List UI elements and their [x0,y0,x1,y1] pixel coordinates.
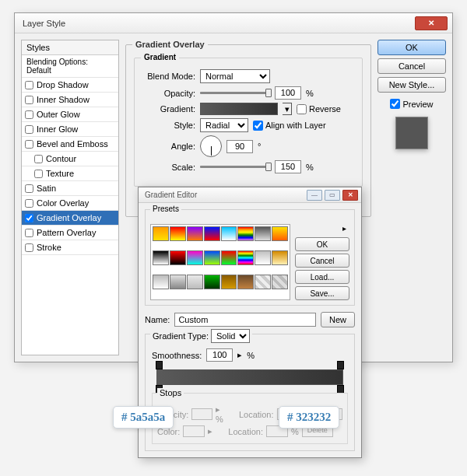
stop-color-swatch [183,425,205,437]
sidebar-item-gradient-overlay[interactable]: Gradient Overlay [22,211,118,226]
preview-check[interactable]: Preview [377,99,446,109]
opacity-value[interactable]: 100 [275,86,301,100]
name-input[interactable] [174,313,316,327]
dialog-title: Layer Style [23,19,415,28]
angle-dial[interactable] [200,135,222,157]
preset-swatch[interactable] [204,226,220,241]
sidebar-item-inner-shadow[interactable]: Inner Shadow [22,93,118,107]
preset-swatch[interactable] [237,275,254,289]
sidebar-item-satin[interactable]: Satin [22,181,118,196]
scale-slider[interactable] [200,166,270,168]
maximize-icon[interactable]: ▭ [325,190,340,201]
sub-title: Gradient Editor [145,191,304,199]
opacity-label: Opacity: [142,89,195,98]
preset-swatch[interactable] [221,250,237,265]
opacity-slider[interactable] [200,92,270,94]
gtype-select[interactable]: Solid [211,329,250,343]
preset-swatch[interactable] [272,250,288,265]
sidebar-item-color-overlay[interactable]: Color Overlay [22,196,118,211]
inner-title: Gradient [141,53,179,61]
cancel-button[interactable]: Cancel [377,58,446,74]
sidebar-item-outer-glow[interactable]: Outer Glow [22,107,118,122]
opacity-stop-right[interactable] [337,361,344,369]
titlebar: Layer Style ✕ [15,13,452,33]
presets-label: Presets [150,205,181,213]
angle-value[interactable]: 90 [226,140,253,153]
sub-titlebar: Gradient Editor — ▭ ✕ [139,187,361,203]
preset-grid[interactable] [150,224,290,300]
preset-swatch[interactable] [153,226,169,241]
color-bubble-right: # 323232 [279,406,339,429]
editor-cancel-button[interactable]: Cancel [295,254,349,268]
gradient-track[interactable] [156,369,343,385]
scale-label: Scale: [142,163,195,172]
blend-label: Blend Mode: [142,72,195,81]
preset-swatch[interactable] [170,226,186,241]
preset-swatch[interactable] [237,250,254,265]
close-button[interactable]: ✕ [415,16,448,30]
editor-load-button[interactable]: Load... [295,270,349,284]
sidebar-item-texture[interactable]: Texture [22,166,118,181]
sidebar-item-stroke[interactable]: Stroke [22,240,118,255]
preset-swatch[interactable] [187,275,203,289]
sidebar-item-inner-glow[interactable]: Inner Glow [22,122,118,137]
preset-swatch[interactable] [237,226,254,241]
gradient-dropdown[interactable]: ▾ [283,103,292,115]
right-column: OK Cancel New Style... Preview [377,40,446,355]
preset-swatch[interactable] [170,250,186,265]
scale-value[interactable]: 150 [275,160,301,173]
preset-swatch[interactable] [187,250,203,265]
sidebar-sub[interactable]: Blending Options: Default [22,55,118,78]
preview-swatch [395,117,428,149]
ok-button[interactable]: OK [377,40,446,55]
new-style-button[interactable]: New Style... [377,77,446,93]
presets-group: Presets ▸ OK Cancel Load... Save... [145,209,355,306]
color-bubble-left: # 5a5a5a [113,406,174,429]
style-select[interactable]: Radial [200,118,248,132]
deg: ° [258,142,261,151]
new-button[interactable]: New [321,312,355,327]
preset-swatch[interactable] [272,275,288,289]
preset-swatch[interactable] [255,226,271,241]
preset-swatch[interactable] [204,275,220,289]
style-label: Style: [142,121,195,130]
preset-swatch[interactable] [272,226,288,241]
preset-swatch[interactable] [204,250,220,265]
section-title: Gradient Overlay [132,40,208,49]
sidebar-item-pattern-overlay[interactable]: Pattern Overlay [22,226,118,240]
stops-label: Stops [157,388,184,397]
preset-swatch[interactable] [153,275,169,289]
preset-swatch[interactable] [170,275,186,289]
angle-label: Angle: [142,142,195,151]
minimize-icon[interactable]: — [307,190,322,201]
smooth-value[interactable]: 100 [206,348,233,362]
gradient-preview[interactable] [200,103,278,115]
align-check[interactable]: Align with Layer [253,121,326,131]
preset-swatch[interactable] [221,275,237,289]
editor-ok-button[interactable]: OK [295,237,349,251]
pct: % [306,89,314,98]
sidebar-item-contour[interactable]: Contour [22,152,118,166]
presets-menu-icon[interactable]: ▸ [339,224,349,235]
preset-swatch[interactable] [187,226,203,241]
name-label: Name: [145,315,170,324]
opacity-stop-left[interactable] [156,361,163,369]
preset-swatch[interactable] [221,226,237,241]
smooth-label: Smoothness: [152,351,202,360]
preset-swatch[interactable] [153,250,169,265]
sidebar-header[interactable]: Styles [22,40,118,55]
styles-sidebar: Styles Blending Options: Default Drop Sh… [21,40,119,355]
sub-close-icon[interactable]: ✕ [342,190,358,201]
gradient-label: Gradient: [142,104,195,114]
gradient-type-group: Gradient Type: Solid Smoothness: 100 ▸ %… [145,334,355,451]
blend-mode-select[interactable]: Normal [200,69,270,83]
preset-swatch[interactable] [255,250,271,265]
stop-opacity-input [191,408,212,420]
sidebar-item-bevel-and-emboss[interactable]: Bevel and Emboss [22,137,118,152]
editor-save-button[interactable]: Save... [295,286,349,300]
sidebar-item-drop-shadow[interactable]: Drop Shadow [22,78,118,93]
reverse-check[interactable]: Reverse [297,104,341,114]
preset-swatch[interactable] [255,275,271,289]
